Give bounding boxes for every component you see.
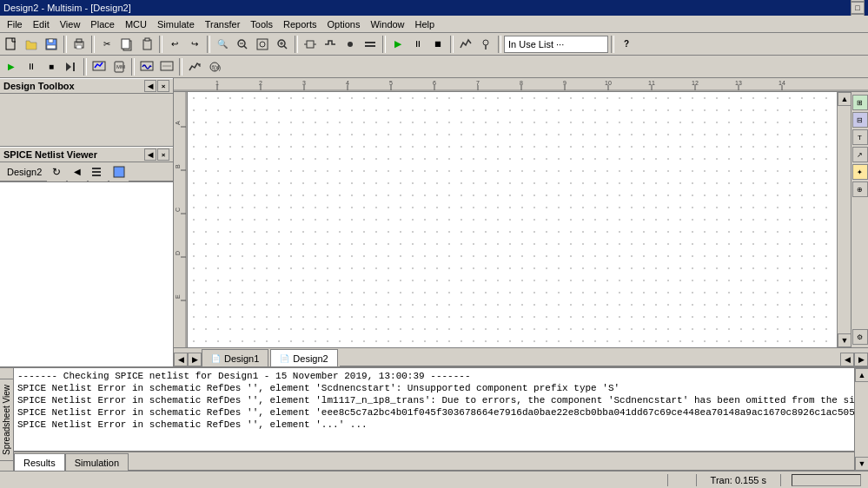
postprocessor-button[interactable]: f(x) [205,57,224,76]
paste-button[interactable] [137,35,156,54]
design-toolbox-pin-button[interactable]: ◀ [144,80,156,92]
scroll-right-button[interactable]: ▶ [188,353,202,366]
bottom-tab-bar: Results Simulation [14,452,854,471]
bus-button[interactable] [361,35,380,54]
svg-text:14: 14 [779,80,785,86]
simulate-pause-button[interactable]: ⏸ [408,35,427,54]
simulate-stop-button[interactable]: ⏹ [428,35,447,54]
menu-file[interactable]: File [2,17,28,31]
svg-text:C: C [175,208,181,212]
interactive-sim-step[interactable] [62,57,81,76]
spice-next-button[interactable] [89,162,108,181]
scroll-up-button[interactable]: ▲ [838,92,851,106]
spice-viewer-pin-button[interactable]: ◀ [144,148,156,161]
spice-viewer-close-button[interactable]: × [157,148,169,161]
print-button[interactable] [70,35,89,54]
svg-text:f(x): f(x) [212,64,221,71]
interactive-sim-pause[interactable]: ⏸ [22,57,41,76]
ruler-left: A B C D E [174,92,188,347]
menu-window[interactable]: Window [365,17,409,31]
menu-transfer[interactable]: Transfer [200,17,246,31]
menu-reports[interactable]: Reports [278,17,322,31]
cut-button[interactable]: ✂ [97,35,116,54]
app-window: Design2 - Multisim - [Design2] _ □ × Fil… [0,0,868,488]
redo-button[interactable]: ↪ [185,35,204,54]
zoom-in-button[interactable]: 🔍 [213,35,232,54]
spice-refresh-button[interactable]: ↻ [47,162,66,181]
bottom-scroll-down[interactable]: ▼ [855,457,868,471]
scroll-down-button[interactable]: ▼ [838,333,851,347]
rp-btn-3[interactable]: T [852,129,868,145]
svg-rect-8 [122,39,129,49]
status-sep3 [780,474,781,486]
spice-prev-button[interactable]: ◀ [68,162,87,181]
help-button[interactable]: ? [617,35,636,54]
menu-help[interactable]: Help [410,17,441,31]
svg-text:D: D [175,251,181,255]
schematic-canvas[interactable] [188,92,837,347]
sep12 [179,58,182,76]
multimeter-button[interactable]: MM [109,57,129,76]
tab-simulation[interactable]: Simulation [65,453,129,471]
scroll-left-button[interactable]: ◀ [174,353,188,366]
menu-view[interactable]: View [55,17,86,31]
canvas-nav-right[interactable]: ▶ [854,353,868,366]
rp-btn-6[interactable]: ⊕ [852,181,868,197]
tran-status: Tran: 0.155 s [704,475,773,485]
net-analyzer-button[interactable] [157,57,176,76]
simulate-run-button[interactable]: ▶ [388,35,407,54]
rp-btn-2[interactable]: ⊟ [852,112,868,128]
design-toolbox-header: Design Toolbox ◀ × [0,78,173,94]
main-content: Design Toolbox ◀ × SPICE Netlist Viewer … [0,78,868,488]
design-toolbox-close-button[interactable]: × [157,80,169,92]
menu-options[interactable]: Options [322,17,366,31]
probe-button[interactable] [476,35,495,54]
analysis-button[interactable] [456,35,475,54]
export-grapher-button[interactable] [185,57,204,76]
svg-text:MM: MM [116,64,125,69]
rp-btn-bottom[interactable]: ⚙ [852,329,868,345]
canvas-nav-left[interactable]: ◀ [840,353,854,366]
progress-bar [792,474,861,486]
bottom-scroll-track[interactable] [855,382,868,457]
new-button[interactable] [2,35,21,54]
scroll-track[interactable] [838,106,851,333]
spreadsheet-view-tab[interactable]: Spreadsheet View [0,379,14,461]
svg-rect-0 [6,38,15,49]
interactive-sim-run[interactable]: ▶ [2,57,21,76]
sep6 [382,36,386,53]
left-panel: Design Toolbox ◀ × SPICE Netlist Viewer … [0,78,174,366]
component-button[interactable] [301,35,320,54]
bottom-scroll-up[interactable]: ▲ [855,368,868,382]
svg-line-17 [284,46,287,49]
zoom-area-button[interactable] [273,35,292,54]
design-toolbox-title: Design Toolbox [3,81,75,91]
zoom-out-button[interactable] [233,35,252,54]
in-use-list[interactable]: In Use List ··· [504,36,608,53]
restore-button[interactable]: □ [851,2,865,14]
rp-btn-4[interactable]: ↗ [852,147,868,162]
rp-btn-5[interactable]: ✦ [852,164,868,180]
menu-place[interactable]: Place [85,17,120,31]
junction-button[interactable] [341,35,360,54]
menu-mcu[interactable]: MCU [120,17,152,31]
sep5 [295,36,298,53]
menu-tools[interactable]: Tools [245,17,278,31]
menu-simulate[interactable]: Simulate [152,17,200,31]
copy-button[interactable] [117,35,136,54]
tab-results[interactable]: Results [14,453,65,471]
tab-design2[interactable]: 📄 Design2 [270,349,337,366]
zoom-fit-button[interactable] [253,35,272,54]
osc-button[interactable] [137,57,156,76]
undo-button[interactable]: ↩ [165,35,184,54]
wire-button[interactable] [321,35,340,54]
interactive-sim-stop[interactable]: ■ [42,57,61,76]
save-button[interactable] [42,35,61,54]
open-button[interactable] [22,35,41,54]
tab-design1[interactable]: 📄 Design1 [202,349,268,366]
menu-edit[interactable]: Edit [28,17,55,31]
sep7 [450,36,454,53]
grapher-button[interactable] [89,57,109,76]
spice-save-button[interactable] [109,162,129,181]
rp-btn-1[interactable]: ⊞ [852,95,868,110]
